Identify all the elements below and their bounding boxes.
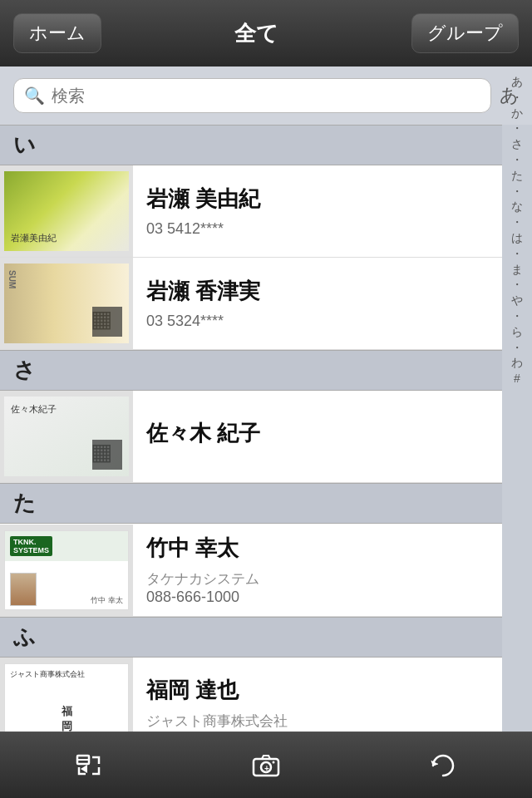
scan-button[interactable]: [22, 741, 155, 791]
index-dot9: ・: [505, 341, 529, 355]
refresh-icon: [428, 751, 458, 781]
contact-name: 岩瀬 香津実: [146, 277, 489, 306]
index-dot7: ・: [505, 278, 529, 292]
contact-name: 佐々木 紀子: [146, 419, 489, 448]
section-header-sa: さ: [0, 350, 502, 391]
card-thumbnail: [0, 165, 133, 257]
contact-info: 福岡 達也 ジャスト商事株式会社: [133, 666, 502, 741]
qr-code: [92, 440, 122, 470]
card-image-iwase2: [4, 264, 129, 343]
search-input[interactable]: [52, 86, 480, 106]
contact-name: 竹中 幸太: [146, 534, 489, 563]
index-dot8: ・: [505, 309, 529, 323]
contact-phone: 03 5412****: [146, 220, 489, 238]
index-na[interactable]: な: [505, 200, 529, 214]
section-header-fu: ふ: [0, 617, 502, 658]
index-ya[interactable]: や: [505, 293, 529, 308]
contact-row[interactable]: TKNK.SYSTEMS 竹中 幸太 竹中 幸太 タケナカシステム 088-66…: [0, 524, 502, 617]
search-bar: 🔍 あ: [0, 66, 532, 125]
contact-phone: 088-666-1000: [146, 589, 489, 606]
contact-row[interactable]: 佐々木 紀子: [0, 391, 502, 483]
index-dot5: ・: [505, 215, 529, 229]
section-header-ta: た: [0, 483, 502, 524]
toolbar: +: [0, 732, 532, 798]
card-thumbnail: [0, 258, 133, 349]
contact-info: 佐々木 紀子: [133, 409, 502, 465]
search-container: 🔍: [13, 78, 491, 113]
index-sidebar: あ ・ か ・ さ ・ た ・ な ・ は ・ ま ・ や ・ ら ・ わ #: [502, 66, 532, 781]
contact-company: タケナカシステム: [146, 569, 489, 589]
page-title: 全て: [234, 19, 278, 48]
contact-info: 竹中 幸太 タケナカシステム 088-666-1000: [133, 524, 502, 616]
index-ta[interactable]: た: [505, 169, 529, 183]
index-dot4: ・: [505, 185, 529, 199]
section-header-i: い: [0, 125, 502, 165]
index-a[interactable]: あ: [505, 75, 529, 89]
svg-marker-2: [81, 765, 87, 773]
camera-icon: +: [251, 751, 281, 781]
person-photo: [10, 573, 37, 606]
svg-point-5: [272, 761, 274, 763]
index-ka[interactable]: か: [505, 106, 529, 121]
contact-row[interactable]: 岩瀬 美由紀 03 5412****: [0, 165, 502, 258]
card-name-small: 竹中 幸太: [91, 595, 123, 606]
index-ha[interactable]: は: [505, 231, 529, 245]
index-dot6: ・: [505, 247, 529, 261]
index-dot2: ・: [505, 121, 529, 135]
home-button[interactable]: ホーム: [13, 13, 101, 53]
card-image-takenaka: TKNK.SYSTEMS 竹中 幸太: [4, 530, 129, 610]
card-top: TKNK.SYSTEMS: [5, 531, 128, 561]
search-icon: 🔍: [24, 86, 45, 106]
contact-row[interactable]: 岩瀬 香津実 03 5324****: [0, 258, 502, 350]
index-ra[interactable]: ら: [505, 325, 529, 339]
contact-name: 岩瀬 美由紀: [146, 185, 489, 214]
contact-company: ジャスト商事株式会社: [146, 712, 489, 731]
camera-button[interactable]: +: [200, 741, 332, 791]
header: ホーム 全て グループ: [0, 0, 532, 66]
refresh-button[interactable]: [377, 741, 510, 791]
card-image-sasaki: [4, 397, 129, 476]
group-button[interactable]: グループ: [411, 13, 519, 53]
svg-text:+: +: [264, 764, 269, 773]
contact-info: 岩瀬 美由紀 03 5412****: [133, 175, 502, 248]
index-sa[interactable]: さ: [505, 137, 529, 151]
card-kanji: 福岡: [62, 704, 72, 734]
qr-code: [92, 307, 122, 337]
index-dot3: ・: [505, 153, 529, 167]
company-logo: TKNK.SYSTEMS: [10, 536, 52, 556]
card-thumbnail: TKNK.SYSTEMS 竹中 幸太: [0, 525, 133, 616]
index-wa[interactable]: わ: [505, 356, 529, 370]
scan-icon: [74, 751, 104, 781]
index-ma[interactable]: ま: [505, 263, 529, 277]
contact-info: 岩瀬 香津実 03 5324****: [133, 267, 502, 340]
index-hash[interactable]: #: [505, 372, 529, 386]
contact-phone: 03 5324****: [146, 313, 489, 330]
contact-name: 福岡 達也: [146, 676, 489, 705]
index-dot1: ・: [505, 91, 529, 105]
card-image-iwase1: [4, 171, 129, 251]
card-thumbnail: [0, 391, 133, 482]
contact-list: い 岩瀬 美由紀 03 5412**** 岩瀬 香津実 03 5324**** …: [0, 125, 502, 798]
